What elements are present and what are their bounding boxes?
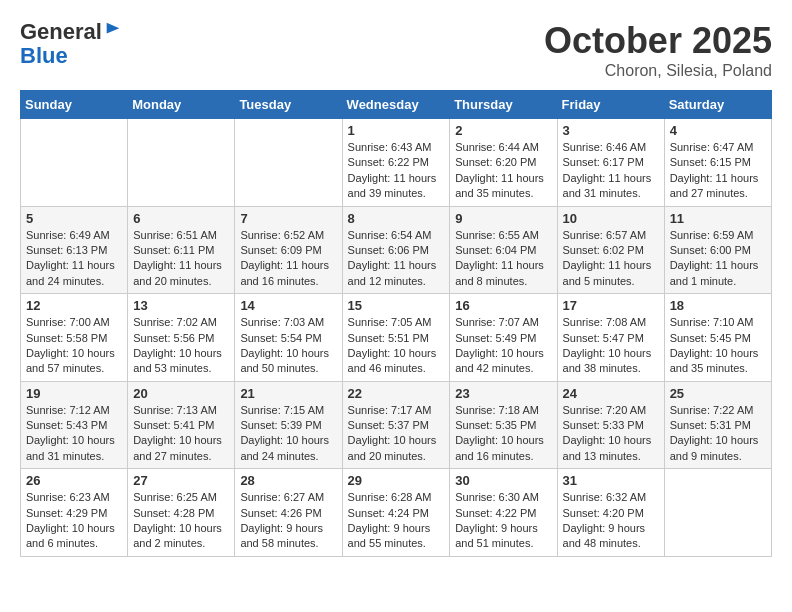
calendar-header-row: SundayMondayTuesdayWednesdayThursdayFrid… [21,91,772,119]
day-number: 16 [455,298,551,313]
day-number: 27 [133,473,229,488]
week-row-2: 5Sunrise: 6:49 AM Sunset: 6:13 PM Daylig… [21,206,772,294]
day-info: Sunrise: 6:23 AM Sunset: 4:29 PM Dayligh… [26,490,122,552]
calendar-cell: 10Sunrise: 6:57 AM Sunset: 6:02 PM Dayli… [557,206,664,294]
day-number: 17 [563,298,659,313]
day-info: Sunrise: 6:57 AM Sunset: 6:02 PM Dayligh… [563,228,659,290]
day-info: Sunrise: 6:44 AM Sunset: 6:20 PM Dayligh… [455,140,551,202]
day-number: 22 [348,386,445,401]
day-info: Sunrise: 7:15 AM Sunset: 5:39 PM Dayligh… [240,403,336,465]
col-header-sunday: Sunday [21,91,128,119]
calendar-cell: 25Sunrise: 7:22 AM Sunset: 5:31 PM Dayli… [664,381,771,469]
calendar-cell: 24Sunrise: 7:20 AM Sunset: 5:33 PM Dayli… [557,381,664,469]
day-number: 21 [240,386,336,401]
calendar-cell: 9Sunrise: 6:55 AM Sunset: 6:04 PM Daylig… [450,206,557,294]
calendar-cell: 18Sunrise: 7:10 AM Sunset: 5:45 PM Dayli… [664,294,771,382]
day-number: 30 [455,473,551,488]
calendar-cell: 23Sunrise: 7:18 AM Sunset: 5:35 PM Dayli… [450,381,557,469]
location: Choron, Silesia, Poland [544,62,772,80]
day-info: Sunrise: 7:00 AM Sunset: 5:58 PM Dayligh… [26,315,122,377]
day-info: Sunrise: 6:27 AM Sunset: 4:26 PM Dayligh… [240,490,336,552]
title-block: October 2025 Choron, Silesia, Poland [544,20,772,80]
day-number: 5 [26,211,122,226]
day-number: 3 [563,123,659,138]
day-number: 19 [26,386,122,401]
day-number: 14 [240,298,336,313]
week-row-3: 12Sunrise: 7:00 AM Sunset: 5:58 PM Dayli… [21,294,772,382]
day-info: Sunrise: 7:05 AM Sunset: 5:51 PM Dayligh… [348,315,445,377]
day-info: Sunrise: 6:49 AM Sunset: 6:13 PM Dayligh… [26,228,122,290]
svg-marker-0 [107,23,120,34]
day-number: 28 [240,473,336,488]
calendar-cell: 16Sunrise: 7:07 AM Sunset: 5:49 PM Dayli… [450,294,557,382]
day-number: 31 [563,473,659,488]
day-info: Sunrise: 6:43 AM Sunset: 6:22 PM Dayligh… [348,140,445,202]
day-info: Sunrise: 6:59 AM Sunset: 6:00 PM Dayligh… [670,228,766,290]
day-number: 7 [240,211,336,226]
calendar-cell [235,119,342,207]
calendar-cell: 19Sunrise: 7:12 AM Sunset: 5:43 PM Dayli… [21,381,128,469]
day-info: Sunrise: 7:03 AM Sunset: 5:54 PM Dayligh… [240,315,336,377]
day-number: 26 [26,473,122,488]
day-number: 20 [133,386,229,401]
col-header-wednesday: Wednesday [342,91,450,119]
week-row-5: 26Sunrise: 6:23 AM Sunset: 4:29 PM Dayli… [21,469,772,557]
day-info: Sunrise: 6:52 AM Sunset: 6:09 PM Dayligh… [240,228,336,290]
day-number: 9 [455,211,551,226]
col-header-thursday: Thursday [450,91,557,119]
day-number: 10 [563,211,659,226]
calendar-cell: 12Sunrise: 7:00 AM Sunset: 5:58 PM Dayli… [21,294,128,382]
calendar-cell: 3Sunrise: 6:46 AM Sunset: 6:17 PM Daylig… [557,119,664,207]
week-row-1: 1Sunrise: 6:43 AM Sunset: 6:22 PM Daylig… [21,119,772,207]
calendar-cell: 21Sunrise: 7:15 AM Sunset: 5:39 PM Dayli… [235,381,342,469]
calendar-cell: 4Sunrise: 6:47 AM Sunset: 6:15 PM Daylig… [664,119,771,207]
day-number: 15 [348,298,445,313]
day-info: Sunrise: 6:54 AM Sunset: 6:06 PM Dayligh… [348,228,445,290]
calendar-cell: 14Sunrise: 7:03 AM Sunset: 5:54 PM Dayli… [235,294,342,382]
day-info: Sunrise: 7:13 AM Sunset: 5:41 PM Dayligh… [133,403,229,465]
day-info: Sunrise: 7:10 AM Sunset: 5:45 PM Dayligh… [670,315,766,377]
calendar-cell: 28Sunrise: 6:27 AM Sunset: 4:26 PM Dayli… [235,469,342,557]
day-info: Sunrise: 6:51 AM Sunset: 6:11 PM Dayligh… [133,228,229,290]
col-header-friday: Friday [557,91,664,119]
calendar-cell: 11Sunrise: 6:59 AM Sunset: 6:00 PM Dayli… [664,206,771,294]
day-info: Sunrise: 7:02 AM Sunset: 5:56 PM Dayligh… [133,315,229,377]
calendar-cell [664,469,771,557]
day-info: Sunrise: 6:55 AM Sunset: 6:04 PM Dayligh… [455,228,551,290]
day-info: Sunrise: 7:22 AM Sunset: 5:31 PM Dayligh… [670,403,766,465]
calendar-cell: 6Sunrise: 6:51 AM Sunset: 6:11 PM Daylig… [128,206,235,294]
day-number: 12 [26,298,122,313]
day-info: Sunrise: 7:12 AM Sunset: 5:43 PM Dayligh… [26,403,122,465]
col-header-tuesday: Tuesday [235,91,342,119]
logo: General Blue [20,20,122,68]
calendar-cell: 29Sunrise: 6:28 AM Sunset: 4:24 PM Dayli… [342,469,450,557]
day-number: 6 [133,211,229,226]
calendar-cell: 5Sunrise: 6:49 AM Sunset: 6:13 PM Daylig… [21,206,128,294]
calendar-cell: 1Sunrise: 6:43 AM Sunset: 6:22 PM Daylig… [342,119,450,207]
calendar-cell: 27Sunrise: 6:25 AM Sunset: 4:28 PM Dayli… [128,469,235,557]
logo-blue: Blue [20,43,68,68]
calendar-cell: 22Sunrise: 7:17 AM Sunset: 5:37 PM Dayli… [342,381,450,469]
calendar-cell: 15Sunrise: 7:05 AM Sunset: 5:51 PM Dayli… [342,294,450,382]
day-info: Sunrise: 6:25 AM Sunset: 4:28 PM Dayligh… [133,490,229,552]
calendar-cell [128,119,235,207]
calendar-cell: 30Sunrise: 6:30 AM Sunset: 4:22 PM Dayli… [450,469,557,557]
month-title: October 2025 [544,20,772,62]
page-header: General Blue October 2025 Choron, Silesi… [20,20,772,80]
day-info: Sunrise: 7:18 AM Sunset: 5:35 PM Dayligh… [455,403,551,465]
calendar-cell: 2Sunrise: 6:44 AM Sunset: 6:20 PM Daylig… [450,119,557,207]
day-number: 25 [670,386,766,401]
day-info: Sunrise: 6:32 AM Sunset: 4:20 PM Dayligh… [563,490,659,552]
day-number: 24 [563,386,659,401]
calendar-cell: 8Sunrise: 6:54 AM Sunset: 6:06 PM Daylig… [342,206,450,294]
calendar-cell: 13Sunrise: 7:02 AM Sunset: 5:56 PM Dayli… [128,294,235,382]
logo-flag-icon [104,21,122,39]
calendar-cell: 17Sunrise: 7:08 AM Sunset: 5:47 PM Dayli… [557,294,664,382]
col-header-saturday: Saturday [664,91,771,119]
day-info: Sunrise: 6:47 AM Sunset: 6:15 PM Dayligh… [670,140,766,202]
day-number: 23 [455,386,551,401]
week-row-4: 19Sunrise: 7:12 AM Sunset: 5:43 PM Dayli… [21,381,772,469]
day-number: 13 [133,298,229,313]
day-info: Sunrise: 7:20 AM Sunset: 5:33 PM Dayligh… [563,403,659,465]
day-number: 11 [670,211,766,226]
